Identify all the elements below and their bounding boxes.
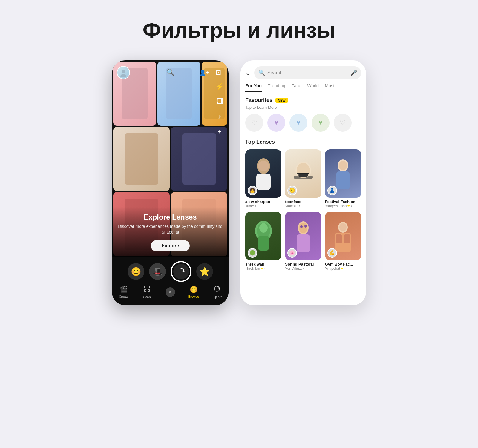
lens-creator-avatar-5: 🌸 bbox=[287, 248, 297, 258]
explore-button[interactable]: Explore bbox=[151, 240, 190, 251]
star-icon-4: ★ bbox=[261, 266, 263, 270]
lens-card-6[interactable]: 💪 Gym Boy Fac... Snapchat ★ › bbox=[325, 212, 361, 271]
star-icon-6: ★ bbox=[341, 266, 344, 270]
svg-rect-14 bbox=[297, 173, 309, 174]
film-icon[interactable]: 🎞 bbox=[214, 96, 225, 107]
svg-rect-30 bbox=[336, 234, 342, 243]
search-placeholder: Search bbox=[267, 70, 348, 76]
nav-item-explore[interactable]: Explore bbox=[208, 286, 226, 299]
left-bottom-bar: 😊 🎩 ⭐ 🎬 Create bbox=[112, 257, 229, 305]
heart-icon-2: ♥ bbox=[274, 119, 278, 127]
right-content: Favourites NEW Tap to Learn More ♡ ♥ ♥ ♥… bbox=[240, 92, 366, 305]
svg-rect-4 bbox=[144, 290, 146, 291]
lens-bubble-ghost[interactable]: 😊 bbox=[128, 263, 144, 280]
favourites-subtitle: Tap to Learn More bbox=[245, 105, 361, 110]
nav-item-close[interactable]: ✕ bbox=[161, 287, 179, 297]
lenses-grid: 🧑 alt w sharpen sude* › bbox=[245, 149, 361, 271]
fav-bubble-4[interactable]: ♥ bbox=[312, 114, 330, 132]
svg-point-29 bbox=[339, 223, 347, 231]
new-badge: NEW bbox=[275, 98, 288, 103]
user-avatar[interactable] bbox=[117, 66, 130, 79]
search-icon-left[interactable]: 🔍 bbox=[165, 67, 176, 78]
lens-creator-2: Malcolm › bbox=[285, 204, 321, 208]
search-icon-right: 🔍 bbox=[258, 70, 265, 76]
svg-point-0 bbox=[122, 70, 125, 73]
lens-strip: 😊 🎩 ⭐ bbox=[112, 257, 229, 284]
lens-thumb-4: 🟢 bbox=[245, 212, 281, 260]
favourites-row: ♡ ♥ ♥ ♥ ♡ bbox=[245, 114, 361, 132]
music-icon[interactable]: ♪ bbox=[214, 111, 225, 122]
fav-bubble-5[interactable]: ♡ bbox=[334, 114, 352, 132]
svg-rect-3 bbox=[148, 286, 150, 288]
favourites-title: Favourites bbox=[245, 97, 272, 103]
mic-icon[interactable]: 🎤 bbox=[350, 70, 357, 76]
right-phone: ⌄ 🔍 Search 🎤 For You Trending Face World… bbox=[240, 60, 366, 305]
svg-point-20 bbox=[259, 223, 268, 233]
svg-rect-2 bbox=[144, 286, 146, 288]
lens-creator-3: bangers...ash ★ › bbox=[325, 204, 361, 208]
arrow-icon-4: › bbox=[264, 266, 265, 271]
explore-overlay: Explore Lenses Discover more experiences… bbox=[112, 207, 229, 257]
search-bar[interactable]: 🔍 Search 🎤 bbox=[254, 66, 361, 79]
right-header: ⌄ 🔍 Search 🎤 bbox=[240, 60, 366, 79]
lens-card-4[interactable]: 🟢 shrek wap shrek fan ★ › bbox=[245, 212, 281, 271]
arrow-icon-5: › bbox=[303, 266, 304, 271]
svg-rect-8 bbox=[256, 174, 271, 190]
tab-music[interactable]: Musi... bbox=[325, 83, 338, 92]
nav-item-browse[interactable]: 😊 Browse bbox=[185, 286, 203, 298]
left-top-bar: 🔍 👤+ ⊡ bbox=[112, 60, 229, 81]
top-lenses-title: Top Lenses bbox=[245, 139, 361, 145]
explore-subtitle: Discover more experiences made by the co… bbox=[118, 224, 223, 235]
lens-card-5[interactable]: 🌸 Spring Pastoral Fer Villiu... › bbox=[285, 212, 321, 271]
lens-thumb-3: 👗 bbox=[325, 149, 361, 198]
photo-cell-4 bbox=[113, 127, 170, 191]
flip-icon[interactable]: ⊡ bbox=[213, 67, 224, 78]
star-icon-3: ★ bbox=[347, 204, 350, 208]
add-friend-icon[interactable]: 👤+ bbox=[199, 67, 209, 78]
add-icon[interactable]: ＋ bbox=[214, 126, 225, 137]
tab-trending[interactable]: Trending bbox=[268, 83, 285, 92]
tab-face[interactable]: Face bbox=[291, 83, 301, 92]
lens-card-3[interactable]: 👗 Festival Fashion bangers...ash ★ › bbox=[325, 149, 361, 208]
nav-label-scan: Scan bbox=[143, 295, 151, 299]
lens-creator-4: shrek fan ★ › bbox=[245, 266, 281, 271]
lens-thumb-1: 🧑 bbox=[245, 149, 281, 198]
svg-point-9 bbox=[258, 161, 269, 171]
tab-for-you[interactable]: For You bbox=[245, 83, 262, 92]
favourites-section-header: Favourites NEW bbox=[245, 97, 361, 103]
lens-card-2[interactable]: 😶 toonface Malcolm › bbox=[285, 149, 321, 208]
lens-name-5: Spring Pastoral bbox=[285, 262, 321, 266]
tab-world[interactable]: World bbox=[307, 83, 319, 92]
lens-creator-5: Fer Villiu... › bbox=[285, 266, 321, 271]
lens-name-6: Gym Boy Fac... bbox=[325, 262, 361, 266]
lens-bubble-face[interactable]: 🎩 bbox=[149, 263, 166, 280]
lens-name-2: toonface bbox=[285, 200, 321, 204]
arrow-icon-2: › bbox=[299, 204, 300, 208]
shutter-button[interactable] bbox=[171, 261, 191, 282]
svg-rect-5 bbox=[148, 290, 150, 291]
flash-icon[interactable]: ⚡ bbox=[214, 81, 225, 92]
chevron-down-icon[interactable]: ⌄ bbox=[245, 69, 251, 77]
lens-creator-avatar-6: 💪 bbox=[327, 248, 337, 258]
fav-bubble-1[interactable]: ♡ bbox=[245, 114, 263, 132]
lens-card-1[interactable]: 🧑 alt w sharpen sude* › bbox=[245, 149, 281, 208]
lens-creator-1: sude* › bbox=[245, 204, 281, 208]
nav-item-scan[interactable]: Scan bbox=[138, 286, 156, 299]
close-icon: ✕ bbox=[166, 287, 175, 297]
fav-bubble-3[interactable]: ♥ bbox=[289, 114, 307, 132]
lens-creator-avatar-4: 🟢 bbox=[248, 248, 257, 258]
lens-bubble-star[interactable]: ⭐ bbox=[196, 263, 213, 280]
svg-point-17 bbox=[339, 161, 347, 170]
svg-point-26 bbox=[304, 225, 307, 228]
nav-item-create[interactable]: 🎬 Create bbox=[115, 286, 133, 298]
lens-creator-avatar-2: 😶 bbox=[287, 186, 297, 195]
lens-name-1: alt w sharpen bbox=[245, 200, 281, 204]
create-icon: 🎬 bbox=[120, 286, 128, 294]
svg-rect-21 bbox=[258, 236, 269, 251]
heart-icon-4: ♥ bbox=[318, 119, 322, 127]
browse-icon: 😊 bbox=[190, 286, 198, 294]
nav-label-explore: Explore bbox=[211, 295, 222, 299]
arrow-icon-1: › bbox=[255, 204, 256, 208]
scan-icon bbox=[144, 286, 150, 294]
fav-bubble-2[interactable]: ♥ bbox=[267, 114, 285, 132]
